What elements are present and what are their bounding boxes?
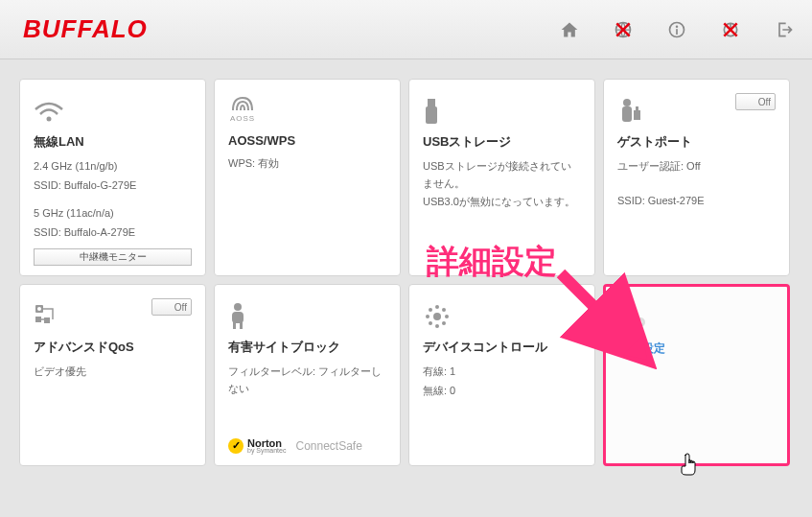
card-device-control[interactable]: デバイスコントロール 有線: 1 無線: 0 [408,284,595,466]
svg-rect-5 [676,29,678,35]
svg-point-21 [234,303,242,311]
wired-count: 有線: 1 [423,364,581,381]
norton-sub: by Symantec [247,447,286,454]
svg-rect-11 [428,99,435,106]
svg-rect-19 [35,317,41,322]
card-body: 2.4 GHz (11n/g/b) SSID: Buffalo-G-279E 5… [34,158,192,266]
svg-rect-24 [240,321,243,329]
svg-point-28 [426,315,429,318]
svg-point-18 [37,307,41,311]
card-title: 詳細設定 [619,341,774,357]
logout-icon[interactable] [774,19,795,40]
card-body: フィルターレベル: フィルターしない [228,364,386,397]
card-title: アドバンスドQoS [34,339,192,356]
card-body: ビデオ優先 [34,364,192,381]
svg-point-35 [627,313,632,317]
usb3-status: USB3.0が無効になっています。 [423,194,581,211]
card-title: USBストレージ [423,133,581,151]
card-title: 有害サイトブロック [228,339,386,356]
info-icon[interactable] [666,19,687,40]
svg-rect-12 [426,106,437,124]
card-body: USBストレージが接続されていません。 USB3.0が無効になっています。 [423,158,581,211]
wlan-5ghz: 5 GHz (11ac/n/a) [34,205,192,223]
svg-rect-15 [634,110,640,120]
guest-ssid: SSID: Guest-279E [617,193,776,210]
wlan-ssid-g: SSID: Buffalo-G-279E [34,177,192,195]
svg-rect-16 [636,106,638,110]
svg-point-30 [429,308,432,312]
card-guest[interactable]: Off ゲストポート ユーザー認証: Off SSID: Guest-279E [603,79,790,276]
card-title: ゲストポート [617,133,776,151]
guest-toggle[interactable]: Off [735,93,776,110]
card-wlan[interactable]: 無線LAN 2.4 GHz (11n/g/b) SSID: Buffalo-G-… [19,79,206,276]
person-icon [228,298,386,335]
svg-rect-23 [233,321,236,329]
filter-level: フィルターレベル: フィルターしない [228,364,386,397]
card-filter[interactable]: 有害サイトブロック フィルターレベル: フィルターしない ✓ Norton by… [214,284,401,466]
device-icon [423,298,581,335]
svg-point-32 [429,321,432,325]
dashboard-grid: 無線LAN 2.4 GHz (11n/g/b) SSID: Buffalo-G-… [0,59,812,485]
svg-point-13 [623,99,631,106]
card-advanced-settings[interactable]: 詳細設定 [603,284,790,466]
header-toolbar [559,19,795,40]
svg-point-25 [433,313,441,320]
svg-point-4 [676,25,679,28]
norton-connectsafe: ConnectSafe [295,439,361,453]
svg-point-27 [435,324,439,328]
card-title: 無線LAN [34,133,192,151]
home-icon[interactable] [559,19,580,40]
repeater-monitor-button[interactable]: 中継機モニター [34,248,192,266]
card-body: 有線: 1 無線: 0 [423,364,581,399]
wifi-icon [34,93,192,129]
card-body: WPS: 有効 [228,155,386,173]
qos-mode: ビデオ優先 [34,364,192,381]
globe-disabled-icon[interactable] [613,19,634,40]
card-title: デバイスコントロール [423,339,581,356]
wps-status: WPS: 有効 [228,155,386,173]
guest-auth: ユーザー認証: Off [617,158,776,176]
svg-point-33 [442,321,446,325]
wlan-ssid-a: SSID: Buffalo-A-279E [34,224,192,242]
usb-icon [423,93,581,129]
card-body: ユーザー認証: Off SSID: Guest-279E [617,158,776,209]
aoss-icon: AOSS [228,93,386,129]
card-qos[interactable]: Off アドバンスドQoS ビデオ優先 [19,284,206,466]
card-title: AOSS/WPS [228,133,386,148]
norton-badge: ✓ Norton by Symantec ConnectSafe [228,437,362,454]
svg-point-26 [435,305,439,309]
qos-toggle[interactable]: Off [151,298,192,316]
brand-logo: BUFFALO [23,14,148,44]
svg-point-29 [445,315,449,318]
svg-point-10 [47,117,52,122]
svg-point-31 [442,308,446,312]
svg-rect-14 [622,106,632,122]
aoss-label: AOSS [228,114,257,123]
svg-point-37 [638,321,642,325]
norton-check-icon: ✓ [228,438,244,454]
card-usb[interactable]: USBストレージ USBストレージが接続されていません。 USB3.0が無効にな… [408,79,595,276]
card-aoss[interactable]: AOSS AOSS/WPS WPS: 有効 [214,79,401,276]
wireless-count: 無線: 0 [423,383,581,400]
gears-icon [619,300,774,337]
power-disabled-icon[interactable] [720,19,741,40]
wlan-24ghz: 2.4 GHz (11n/g/b) [34,158,192,176]
usb-status: USBストレージが接続されていません。 [423,158,581,192]
svg-rect-20 [44,317,50,323]
header: BUFFALO [0,0,812,59]
